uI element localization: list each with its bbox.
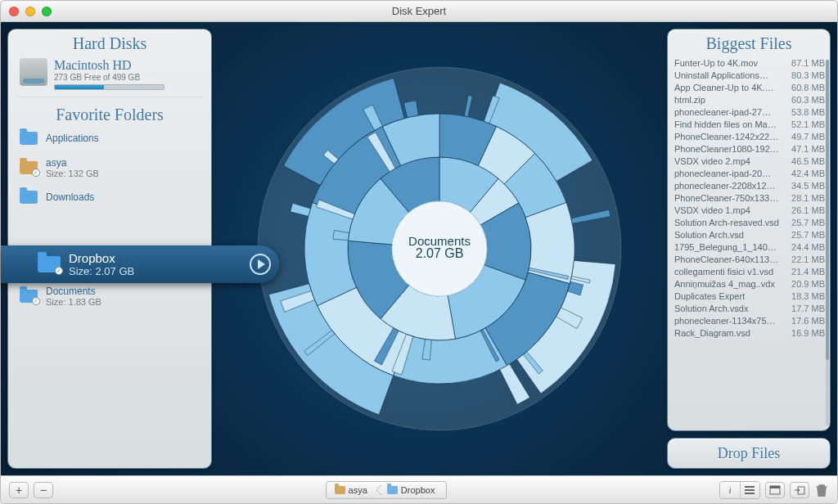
chart-segment[interactable] [525,203,574,284]
file-row[interactable]: html.zip60.3 MB [673,93,827,106]
disk-usage-bar [54,84,164,90]
folder-icon [387,486,398,494]
window-title: Disk Expert [1,5,837,17]
app-window: Disk Expert Hard Disks Macintosh HD 273 … [0,0,838,504]
svg-rect-2 [745,486,755,488]
export-icon [794,485,805,495]
file-row[interactable]: PhoneCleaner-1242x2208.mov49.7 MB [673,130,827,142]
folder-icon [20,191,38,204]
scrollbar[interactable] [826,60,829,425]
folder-icon [20,132,38,145]
file-row[interactable]: VSDX video 2.mp446.5 MB [673,155,827,167]
sunburst-chart[interactable]: Documents 2.07 GB [251,61,628,437]
hard-disks-header: Hard Disks [8,29,211,55]
home-folder-icon [335,486,345,494]
selected-folder-size: Size: 2.07 GB [69,265,134,277]
scan-button[interactable] [250,254,271,275]
file-row[interactable]: PhoneCleaner1080-1920.mov47.1 MB [673,142,827,155]
list-icon [745,486,755,494]
file-row[interactable]: Solution Arch.vsd25.7 MB [673,228,827,241]
drop-files-panel[interactable]: Drop Files [667,438,831,469]
chart-area: Documents 2.07 GB [219,29,660,469]
file-row[interactable]: phonecleaner-ipad-20…42.4 MB [673,167,827,179]
favorites-header: Favorite Folders [16,97,203,126]
sidebar-item-documents[interactable]: ✓ Documents Size: 1.83 GB [16,282,203,310]
breadcrumb-dropbox[interactable]: Dropbox [379,485,447,495]
svg-rect-4 [745,493,755,494]
file-row[interactable]: phonecleaner-ipad-27…53.8 MB [673,106,827,118]
sidebar-item-applications[interactable]: Applications [16,126,203,151]
file-row[interactable]: Rack_Diagram.vsd16.9 MB [673,326,827,339]
breadcrumb: asya Dropbox [326,481,448,499]
file-row[interactable]: Solution Arch.vsdx17.7 MB [673,302,827,314]
info-view-button[interactable]: i [720,482,740,498]
file-row[interactable]: Funter-Up to 4K.mov87.1 MB [673,56,827,69]
sidebar-item-downloads[interactable]: Downloads [16,185,203,209]
add-button[interactable]: + [9,482,29,498]
disk-item[interactable]: Macintosh HD 273 GB Free of 499 GB [16,55,203,97]
disk-name: Macintosh HD [54,58,164,73]
folder-icon: ✓ [38,256,61,272]
file-row[interactable]: Anniņmuižas 4_mag..vdx20.9 MB [673,277,827,290]
file-row[interactable]: collegamenti fisici v1.vsd21.4 MB [673,265,827,277]
hard-disk-icon [20,58,47,86]
file-row[interactable]: 1795_Belegung_1_140926.psd24.4 MB [673,241,827,253]
svg-rect-3 [745,489,755,491]
selected-folder-name: Dropbox [69,251,134,265]
footer-toolbar: + − asya Dropbox i [1,475,837,503]
file-row[interactable]: VSDX video 1.mp426.1 MB [673,204,827,216]
trash-icon[interactable] [814,483,829,497]
content-area: Hard Disks Macintosh HD 273 GB Free of 4… [1,22,837,475]
biggest-files-panel: Biggest Files Funter-Up to 4K.mov87.1 MB… [667,29,831,431]
sidebar-item-dropbox-selected[interactable]: ✓ Dropbox Size: 2.07 GB [1,245,279,283]
file-row[interactable]: phonecleaner-1134x750.psd17.6 MB [673,314,827,326]
file-row[interactable]: Uninstall Applications…80.3 MB [673,69,827,81]
breadcrumb-asya[interactable]: asya [327,485,379,495]
chart-center-label: Documents 2.07 GB [408,234,471,261]
folder-icon: ✓ [20,290,38,303]
view-mode-segment: i [719,481,760,499]
file-row[interactable]: Duplicates Expert18.3 MB [673,290,827,302]
titlebar[interactable]: Disk Expert [1,1,837,22]
sidebar-item-asya[interactable]: ✓ asya Size: 132 GB [16,154,203,182]
reveal-icon [769,485,781,495]
right-column: Biggest Files Funter-Up to 4K.mov87.1 MB… [667,29,831,469]
file-row[interactable]: PhoneCleaner-750x1334.mov28.1 MB [673,191,827,204]
list-view-button[interactable] [740,482,759,498]
reveal-button[interactable] [765,482,785,498]
file-row[interactable]: Solution Arch-resaved.vsd25.7 MB [673,216,827,228]
svg-rect-6 [770,486,780,488]
export-button[interactable] [790,482,809,498]
home-folder-icon: ✓ [20,161,38,174]
file-row[interactable]: Find hidden files on Ma…52.1 MB [673,118,827,130]
remove-button[interactable]: − [34,482,53,498]
file-row[interactable]: phonecleaner-2208x1242.psd34.5 MB [673,179,827,191]
biggest-files-header: Biggest Files [668,29,830,55]
disk-meta: 273 GB Free of 499 GB [54,73,164,82]
file-row[interactable]: App Cleaner-Up to 4K.mov60.8 MB [673,81,827,93]
file-row[interactable]: PhoneCleaner-640x1136.mov22.1 MB [673,253,827,265]
